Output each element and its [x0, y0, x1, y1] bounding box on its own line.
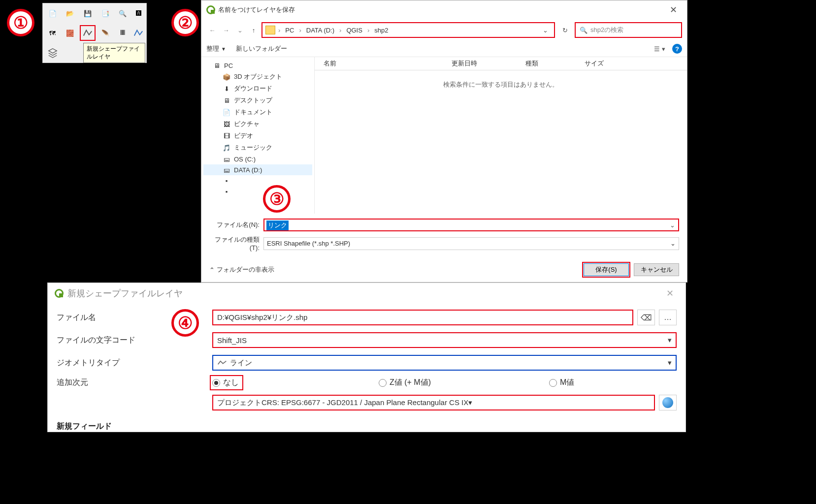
qgis-icon — [206, 5, 215, 14]
chevron-down-icon: ▾ — [668, 358, 672, 367]
filename-dropdown-icon[interactable]: ⌄ — [670, 221, 675, 229]
toolbar-addvector-icon[interactable]: 🗺 — [45, 25, 61, 41]
toolbar-addraster-icon[interactable]: 🧱 — [63, 25, 78, 41]
filetype-dropdown-icon[interactable]: ⌄ — [670, 240, 676, 247]
search-icon: 🔍 — [580, 27, 588, 34]
toolbar-layers-icon[interactable] — [45, 45, 61, 61]
crs-select[interactable]: プロジェクトCRS: EPSG:6677 - JGD2011 / Japan P… — [212, 395, 655, 410]
crs-picker-button[interactable] — [659, 395, 677, 410]
new-field-section-header: 新規フィールド — [57, 417, 677, 432]
col-size[interactable]: サイズ — [585, 59, 678, 68]
encoding-label: ファイルの文字コード — [57, 335, 212, 346]
browse-button[interactable]: … — [659, 310, 677, 325]
toolbar-save-icon[interactable]: 💾 — [80, 5, 96, 21]
geomtype-label: ジオメトリタイプ — [57, 358, 212, 368]
save-button[interactable]: 保存(S) — [584, 263, 629, 276]
clear-filename-icon[interactable]: ⌫ — [637, 310, 655, 325]
qgis-icon — [55, 289, 64, 298]
filename-input[interactable]: D:¥QGIS¥shp2¥リンク.shp — [212, 310, 633, 325]
address-dropdown-icon[interactable]: ⌄ — [540, 27, 551, 34]
nav-tree: 🖥PC 📦3D オブジェクト ⬇ダウンロード 🖥デスクトップ 📄ドキュメント 🖼… — [201, 57, 315, 214]
tree-pictures[interactable]: 🖼ピクチャ — [203, 118, 312, 130]
toolbar-text-icon[interactable]: 🅰 — [132, 5, 144, 21]
tree-drive2[interactable]: ▪ — [203, 186, 312, 197]
chevron-down-icon: ▾ — [668, 336, 672, 345]
dialog4-title: 新規シェープファイルレイヤ — [67, 287, 183, 299]
chevron-down-icon: ▾ — [468, 398, 472, 407]
dialog-title: 名前をつけてレイヤを保存 — [218, 5, 295, 14]
toolbar-vector-icon[interactable] — [132, 25, 144, 41]
hide-folders-toggle[interactable]: ⌃ フォルダーの非表示 — [209, 265, 274, 274]
toolbar-open-icon[interactable]: 📂 — [63, 5, 78, 21]
crumb-pc[interactable]: PC — [283, 26, 296, 35]
tree-datad[interactable]: 🖴DATA (D:) — [203, 164, 312, 175]
nav-back-icon[interactable]: ← — [206, 24, 218, 36]
cancel-button[interactable]: キャンセル — [634, 263, 679, 276]
tree-desktop[interactable]: 🖥デスクトップ — [203, 94, 312, 106]
new-shapefile-tooltip: 新規シェープファイルレイヤ — [83, 43, 145, 63]
col-date[interactable]: 更新日時 — [452, 59, 525, 68]
tree-music[interactable]: 🎵ミュージック — [203, 142, 312, 154]
nav-up-icon[interactable]: ↑ — [248, 24, 260, 36]
crumb-shp2[interactable]: shp2 — [372, 26, 390, 35]
step-3-badge: ③ — [263, 185, 291, 213]
new-shapefile-layer-dialog: 新規シェープファイルレイヤ ✕ ファイル名 D:¥QGIS¥shp2¥リンク.s… — [47, 283, 686, 432]
col-name[interactable]: 名前 — [324, 59, 452, 68]
dimension-label: 追加次元 — [57, 378, 212, 388]
encoding-select[interactable]: Shift_JIS ▾ — [212, 332, 677, 348]
toolbar-new-icon[interactable]: 📄 — [45, 5, 61, 21]
crs-value: プロジェクトCRS: EPSG:6677 - JGD2011 / Japan P… — [217, 398, 468, 408]
step-2-badge: ② — [171, 9, 199, 36]
folder-icon — [265, 26, 275, 34]
filetype-select[interactable]: ESRI Shapefile (*.shp *.SHP) ⌄ — [263, 237, 679, 250]
step-4-badge: ④ — [171, 309, 199, 337]
refresh-icon[interactable]: ↻ — [557, 22, 573, 38]
step-1-badge: ① — [7, 9, 34, 36]
address-bar[interactable]: › PC › DATA (D:) › QGIS › shp2 ⌄ — [261, 22, 555, 38]
tree-3dobjects[interactable]: 📦3D オブジェクト — [203, 71, 312, 83]
organize-button[interactable]: 整理▼ — [206, 44, 226, 53]
geomtype-value: ライン — [230, 358, 252, 368]
tree-videos[interactable]: 🎞ビデオ — [203, 130, 312, 142]
filetype-value: ESRI Shapefile (*.shp *.SHP) — [267, 240, 350, 247]
toolbar-feather-icon[interactable]: 🪶 — [98, 25, 113, 41]
tree-osc[interactable]: 🖴OS (C:) — [203, 154, 312, 164]
toolbar-saveas-icon[interactable]: 📑 — [98, 5, 113, 21]
geomtype-select[interactable]: ライン ▾ — [212, 355, 677, 371]
empty-message: 検索条件に一致する項目はありません。 — [315, 70, 687, 99]
nav-recent-icon[interactable]: ⌄ — [234, 24, 246, 36]
nav-forward-icon: → — [220, 24, 232, 36]
encoding-value: Shift_JIS — [217, 336, 247, 345]
new-folder-button[interactable]: 新しいフォルダー — [236, 44, 287, 53]
save-layer-dialog: 名前をつけてレイヤを保存 ✕ ← → ⌄ ↑ › PC › DATA (D:) … — [201, 0, 687, 283]
filename-label: ファイル名(N): — [209, 220, 263, 229]
view-options-icon[interactable]: ☰ ▾ — [654, 45, 665, 53]
close-button[interactable]: ✕ — [661, 287, 679, 300]
toolbar-new-shapefile-icon[interactable] — [80, 25, 96, 41]
tree-documents[interactable]: 📄ドキュメント — [203, 106, 312, 118]
close-button[interactable]: ✕ — [665, 3, 682, 16]
toolbar-barcode-icon[interactable]: 𝄃𝄃𝄃 — [115, 25, 131, 41]
filename-value: D:¥QGIS¥shp2¥リンク.shp — [217, 313, 307, 322]
tree-downloads[interactable]: ⬇ダウンロード — [203, 83, 312, 94]
radio-m[interactable]: M値 — [549, 378, 574, 388]
chevron-up-icon: ⌃ — [209, 266, 215, 274]
filename-input[interactable]: リンク ⌄ — [263, 219, 679, 231]
filename-value: リンク — [266, 220, 289, 230]
radio-none[interactable]: なし — [212, 378, 241, 388]
list-header: 名前 更新日時 種類 サイズ — [315, 57, 687, 70]
search-box[interactable]: 🔍 shp2の検索 — [575, 22, 682, 38]
tree-pc[interactable]: 🖥PC — [203, 60, 312, 71]
radio-z[interactable]: Z値 (+ M値) — [379, 378, 431, 388]
toolbar-preview-icon[interactable]: 🔍 — [115, 5, 131, 21]
tree-drive1[interactable]: ▪ — [203, 175, 312, 186]
crumb-qgis[interactable]: QGIS — [344, 26, 364, 35]
help-icon[interactable]: ? — [672, 44, 682, 54]
search-placeholder: shp2の検索 — [590, 26, 623, 34]
filetype-label: ファイルの種類(T): — [209, 235, 263, 252]
crumb-data[interactable]: DATA (D:) — [304, 26, 336, 35]
globe-icon — [662, 397, 673, 408]
col-type[interactable]: 種類 — [525, 59, 585, 68]
